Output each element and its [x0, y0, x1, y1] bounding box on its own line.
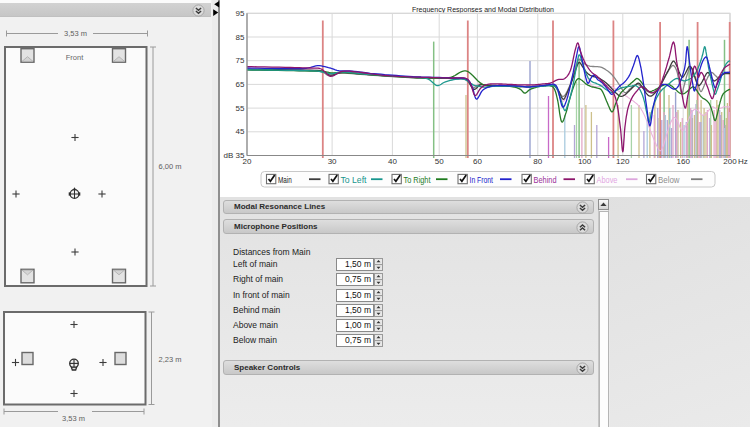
- svg-text:3,53 m: 3,53 m: [64, 29, 87, 38]
- svg-text:Front: Front: [66, 53, 84, 62]
- svg-text:45: 45: [236, 127, 245, 136]
- svg-text:Hz: Hz: [738, 157, 748, 166]
- svg-text:2,23 m: 2,23 m: [159, 355, 182, 364]
- svg-text:20: 20: [243, 157, 252, 166]
- svg-text:Frequency Responses and Modal: Frequency Responses and Modal Distributi…: [412, 5, 554, 14]
- svg-text:60: 60: [473, 157, 482, 166]
- svg-text:100: 100: [578, 157, 592, 166]
- svg-text:65: 65: [236, 80, 245, 89]
- svg-text:55: 55: [236, 104, 245, 113]
- svg-text:Behind: Behind: [534, 175, 557, 185]
- svg-text:Main: Main: [278, 175, 292, 185]
- svg-text:75: 75: [236, 56, 245, 65]
- svg-text:To Left: To Left: [341, 175, 367, 185]
- svg-text:To Right: To Right: [404, 175, 431, 185]
- svg-text:160: 160: [677, 157, 691, 166]
- svg-text:In Front: In Front: [470, 175, 494, 185]
- svg-text:6,00 m: 6,00 m: [159, 162, 182, 171]
- svg-text:80: 80: [533, 157, 542, 166]
- svg-text:Below: Below: [658, 175, 680, 185]
- svg-text:200: 200: [723, 157, 737, 166]
- svg-text:85: 85: [236, 33, 245, 42]
- svg-text:Above: Above: [597, 175, 618, 185]
- svg-text:30: 30: [328, 157, 337, 166]
- svg-text:50: 50: [435, 157, 444, 166]
- svg-text:40: 40: [388, 157, 397, 166]
- svg-text:120: 120: [616, 157, 630, 166]
- svg-text:3,53 m: 3,53 m: [62, 414, 85, 423]
- svg-text:95: 95: [236, 9, 245, 18]
